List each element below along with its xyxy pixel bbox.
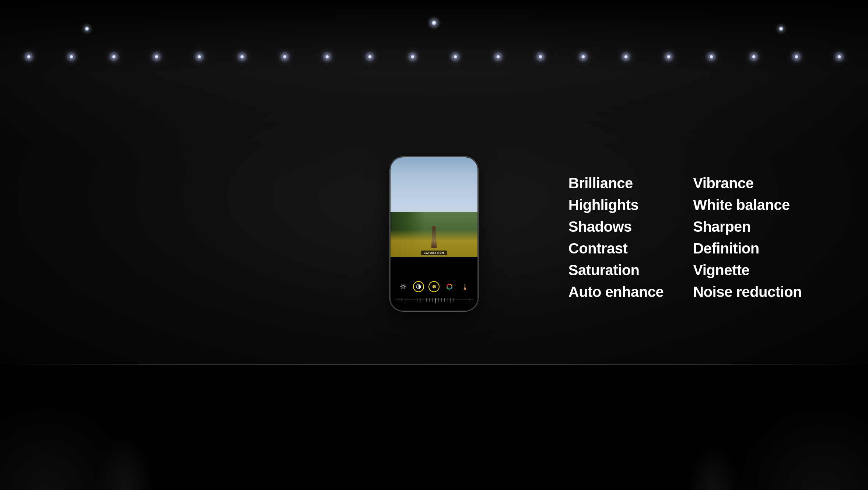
color-tone-icon[interactable] [444, 281, 455, 292]
tick [408, 298, 408, 302]
tick [402, 298, 402, 302]
stage-lights-mid [0, 55, 868, 59]
feature-shadows: Shadows [568, 218, 664, 235]
spotlight-top-right [779, 27, 783, 31]
light-16 [666, 55, 671, 59]
tick [423, 298, 423, 302]
feature-vignette: Vignette [693, 262, 802, 279]
adjustment-slider[interactable] [394, 300, 474, 300]
feature-contrast: Contrast [568, 240, 664, 257]
brightness-icon[interactable] [398, 281, 409, 292]
light-18 [752, 55, 756, 59]
subject-body [430, 230, 438, 248]
top-shadow [0, 0, 868, 74]
svg-point-14 [464, 288, 466, 289]
light-11 [453, 55, 458, 59]
svg-point-0 [402, 285, 405, 288]
photo-subject [430, 230, 438, 248]
tick [448, 298, 448, 302]
svg-line-5 [401, 284, 402, 285]
tick [411, 298, 411, 302]
audience-center-right [687, 424, 739, 490]
tick [438, 298, 439, 302]
tick [454, 298, 454, 302]
light-1 [27, 55, 31, 59]
tick-major [466, 298, 466, 303]
feature-auto-enhance: Auto enhance [568, 284, 664, 300]
light-10 [410, 55, 415, 59]
light-13 [538, 55, 543, 59]
light-2 [69, 55, 74, 59]
phone-screen: SATURATION [391, 157, 477, 311]
svg-line-6 [405, 288, 405, 289]
audience-center-left [96, 409, 155, 490]
feature-highlights: Highlights [568, 197, 664, 213]
tick [463, 298, 463, 302]
svg-line-8 [401, 288, 402, 289]
tick [426, 298, 427, 302]
stage-background: SATURATION [0, 0, 868, 490]
tick [414, 298, 414, 302]
tick [460, 298, 460, 302]
phone-photo [391, 157, 477, 257]
tick [472, 298, 472, 302]
tick [444, 298, 445, 302]
tick [457, 298, 457, 302]
tick [432, 298, 433, 302]
tick [429, 298, 430, 302]
light-20 [837, 55, 841, 59]
saturation-label: SATURATION [421, 251, 447, 255]
light-17 [709, 55, 714, 59]
light-8 [325, 55, 329, 59]
feature-vibrance: Vibrance [693, 175, 802, 192]
light-19 [794, 55, 799, 59]
feature-column-2: Vibrance White balance Sharpen Definitio… [693, 175, 802, 300]
saturation-value: 45 [428, 281, 440, 292]
tick [441, 298, 442, 302]
tick [469, 298, 469, 302]
svg-line-7 [405, 284, 405, 285]
temperature-icon[interactable] [459, 281, 470, 292]
tick-major [435, 298, 436, 303]
light-4 [154, 55, 159, 59]
light-15 [624, 55, 628, 59]
controls-bar: 45 [391, 281, 477, 292]
phone-container: SATURATION [390, 157, 478, 311]
feature-noise-reduction: Noise reduction [693, 284, 802, 300]
slider-ticks [394, 298, 474, 303]
tick-major [451, 298, 451, 303]
feature-brilliance: Brilliance [568, 175, 664, 192]
feature-column-1: Brilliance Highlights Shadows Contrast S… [568, 175, 664, 300]
phone-mockup: SATURATION [390, 157, 478, 311]
photo-field [391, 212, 477, 257]
light-6 [240, 55, 244, 59]
tick [396, 298, 396, 302]
exposure-icon[interactable] [413, 281, 424, 292]
light-14 [581, 55, 585, 59]
feature-sharpen: Sharpen [693, 218, 802, 235]
feature-saturation: Saturation [568, 262, 664, 279]
tick [399, 298, 399, 302]
features-list: Brilliance Highlights Shadows Contrast S… [568, 175, 802, 300]
tick [417, 298, 417, 302]
spotlight-top-left [85, 27, 89, 31]
light-3 [112, 55, 116, 59]
tick-major [405, 298, 405, 303]
spotlight-top-center [431, 20, 437, 25]
audience-area [0, 365, 868, 490]
light-12 [496, 55, 500, 59]
photo-sky [391, 157, 477, 212]
feature-white-balance: White balance [693, 197, 802, 213]
svg-rect-13 [465, 286, 465, 288]
tick-major [420, 298, 420, 303]
light-7 [283, 55, 287, 59]
light-9 [368, 55, 372, 59]
light-5 [197, 55, 202, 59]
feature-definition: Definition [693, 240, 802, 257]
